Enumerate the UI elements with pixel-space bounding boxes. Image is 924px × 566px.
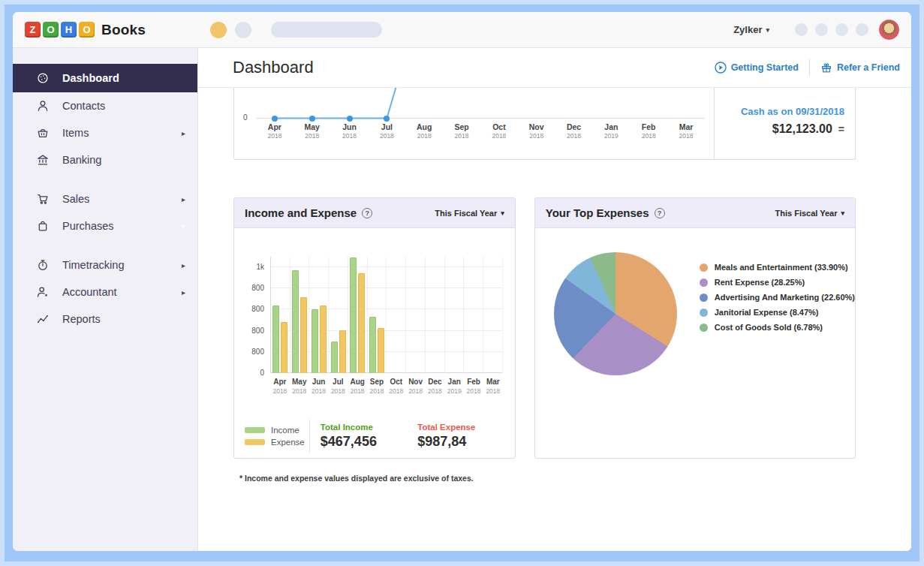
page-header: Dashboard Getting Started Refer a Friend: [198, 48, 911, 88]
bar-group: [368, 257, 387, 373]
bar-income: [312, 309, 318, 373]
bar-pair: [387, 257, 405, 373]
cash-as-on-label[interactable]: Cash as on 09/31/2018: [715, 106, 844, 117]
x-tick: Jun2018: [309, 378, 329, 395]
topbar-gray-dot[interactable]: [235, 22, 251, 38]
legend-label: Meals and Entertainment (33.90%): [715, 263, 848, 272]
y-tick-label: 800: [237, 305, 264, 313]
play-circle-icon: [715, 62, 727, 74]
topbar-action-icon-1[interactable]: [795, 23, 808, 36]
logo-tile-1: Z: [25, 22, 41, 38]
bar-group: [406, 257, 426, 373]
sidebar-item-timetracking[interactable]: Timetracking▸: [13, 251, 197, 278]
legend-label: Advertising And Marketing (22.60%): [715, 293, 855, 302]
bar-pair: [426, 257, 444, 373]
cash-flow-zero-label: 0: [243, 113, 248, 122]
bank-icon: [35, 153, 50, 167]
chevron-down-icon: ▾: [766, 26, 769, 34]
x-tick: Dec2018: [555, 122, 593, 140]
logo-tile-2: O: [43, 22, 59, 38]
sidebar-item-accountant[interactable]: Accountant▸: [13, 278, 197, 306]
chevron-down-icon: ▾: [841, 209, 844, 217]
sidebar-item-reports[interactable]: Reports: [13, 306, 197, 333]
bar-pair: [368, 257, 387, 373]
bar-plot: [270, 257, 503, 373]
top-expenses-period-dropdown[interactable]: This Fiscal Year ▾: [775, 209, 845, 218]
bar-pair: [445, 257, 464, 373]
bar-expense: [378, 328, 384, 373]
stopwatch-icon: [35, 258, 50, 272]
help-icon[interactable]: ?: [655, 208, 665, 218]
legend-label: Income: [271, 426, 299, 435]
cash-summary: Cash as on 09/31/2018 $12,123.00=: [714, 88, 855, 159]
x-tick: Nov2018: [518, 122, 555, 140]
x-tick: Jul2018: [328, 378, 348, 395]
avatar[interactable]: [879, 20, 899, 40]
x-tick: Feb2018: [630, 122, 667, 140]
bar-income: [369, 317, 376, 373]
bar-expense: [300, 297, 307, 373]
x-tick: Jan2019: [592, 122, 630, 140]
topbar-action-icon-2[interactable]: [815, 23, 828, 36]
zoho-books-logo[interactable]: ZOHO Books: [25, 22, 146, 38]
logo-tile-4: O: [79, 22, 95, 38]
x-tick: Dec2018: [426, 378, 445, 395]
period-label: This Fiscal Year: [435, 209, 497, 218]
total-expense: Total Expense $987,84: [417, 423, 514, 450]
sidebar-item-label: Accountant: [62, 286, 182, 298]
total-income-value: $467,456: [321, 434, 417, 450]
income-expense-chart: Apr2018May2018Jun2018Jul2018Aug2018Sep20…: [234, 228, 515, 458]
legend-label: Rent Expense (28.25%): [715, 278, 805, 287]
org-dropdown[interactable]: Zylker ▾: [733, 24, 769, 35]
getting-started-link[interactable]: Getting Started: [715, 62, 799, 74]
sidebar: DashboardContactsItems▸BankingSales▸Purc…: [13, 48, 198, 551]
sidebar-item-sales[interactable]: Sales▸: [13, 185, 197, 212]
bar-groups: [271, 257, 503, 373]
gift-icon: [820, 62, 832, 74]
cart-icon: [35, 192, 50, 206]
sidebar-item-purchases[interactable]: Purchases▾: [13, 212, 197, 239]
logo-books-label: Books: [101, 22, 146, 38]
sidebar-item-banking[interactable]: Banking: [13, 146, 197, 173]
chevron-right-icon: ▸: [182, 129, 185, 137]
sidebar-item-label: Sales: [62, 193, 182, 205]
topbar-action-icon-4[interactable]: [856, 23, 868, 36]
bar-pair: [309, 257, 328, 373]
income-expense-card: Income and Expense ? This Fiscal Year ▾ …: [233, 197, 516, 459]
sidebar-item-items[interactable]: Items▸: [13, 119, 197, 146]
x-tick: Aug2018: [348, 378, 367, 395]
income-expense-title: Income and Expense: [245, 206, 357, 219]
person-icon: [35, 99, 50, 113]
bar-group: [309, 257, 329, 373]
total-income-label: Total Income: [321, 423, 417, 432]
header-divider: [809, 59, 810, 76]
legend-dot: [700, 263, 708, 272]
menu-icon[interactable]: =: [838, 123, 844, 135]
x-tick: Oct2018: [480, 122, 518, 140]
bar-expense: [339, 330, 346, 373]
income-expense-period-dropdown[interactable]: This Fiscal Year ▾: [435, 209, 504, 218]
bar-pair: [271, 257, 290, 373]
top-expenses-header: Your Top Expenses ? This Fiscal Year ▾: [535, 198, 855, 228]
sidebar-item-contacts[interactable]: Contacts: [13, 92, 197, 119]
y-tick-label: 1k: [237, 263, 264, 271]
y-tick-label: 800: [237, 327, 264, 335]
legend-item: Janitorial Expense (8.47%): [700, 308, 855, 317]
bar-pair: [406, 257, 425, 373]
help-icon[interactable]: ?: [362, 208, 372, 218]
main-area: Dashboard Getting Started Refer a Friend…: [198, 48, 911, 551]
bar-group: [329, 257, 348, 373]
bar-pair: [348, 257, 367, 373]
legend-dot: [700, 309, 708, 317]
legend-dot: [700, 294, 708, 302]
income-expense-summary: IncomeExpense Total Income $467,456 Tota…: [234, 414, 515, 458]
sidebar-item-dashboard[interactable]: Dashboard: [13, 64, 197, 92]
cash-flow-x-axis: Apr2018May2018Jun2018Jul2018Aug2018Sep20…: [256, 122, 705, 140]
bar-pair: [464, 257, 483, 373]
topbar-action-icons: [787, 23, 868, 36]
topbar-yellow-dot[interactable]: [210, 22, 227, 38]
topbar-action-icon-3[interactable]: [835, 23, 848, 36]
topbar-search-placeholder[interactable]: [271, 22, 382, 38]
bar-income: [272, 306, 279, 373]
refer-a-friend-link[interactable]: Refer a Friend: [820, 62, 900, 74]
